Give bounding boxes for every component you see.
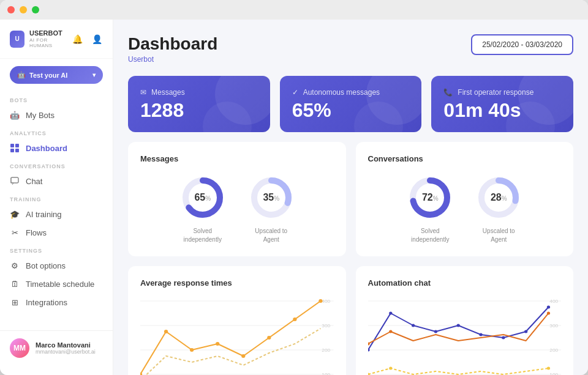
- chart-panels: Average response times 400 300 200: [128, 266, 573, 375]
- test-ai-robot-icon: 🤖: [17, 71, 26, 79]
- svg-point-23: [190, 348, 194, 352]
- my-bots-label: My Bots: [26, 111, 55, 120]
- svg-point-49: [368, 373, 370, 376]
- test-ai-button[interactable]: 🤖 Test your AI ▾: [10, 66, 103, 84]
- svg-point-45: [546, 306, 549, 309]
- integrations-label: Integrations: [26, 298, 67, 307]
- messages-panel: Messages 65%: [128, 142, 346, 256]
- svg-point-24: [216, 342, 219, 346]
- svg-text:200: 200: [549, 347, 558, 353]
- svg-rect-4: [11, 177, 18, 183]
- sidebar-item-timetable[interactable]: 🗓 Timetable schedule: [0, 275, 113, 293]
- sidebar: U USERBOT AI FOR HUMANS 🔔 👤 🤖 Test your …: [0, 20, 113, 375]
- sidebar-item-flows[interactable]: ✂ Flows: [0, 223, 113, 242]
- section-training-label: TRAINING: [0, 190, 113, 205]
- chat-icon: [10, 176, 20, 186]
- user-info: Marco Mantovani mmantovani@userbot.ai: [36, 341, 103, 355]
- integrations-icon: ⊞: [10, 297, 20, 307]
- automation-chart: 400 300 200 100: [368, 295, 562, 375]
- conversations-caption-2: Upscaled toAgent: [483, 227, 515, 244]
- sidebar-item-chat[interactable]: Chat: [0, 172, 113, 190]
- section-settings-label: SETTINGS: [0, 242, 113, 256]
- stat-response-label: 📞 First operator response: [443, 88, 561, 97]
- svg-rect-2: [10, 149, 14, 152]
- svg-point-48: [546, 312, 549, 315]
- metric-panels: Messages 65%: [128, 142, 573, 256]
- messages-caption-2: Upscaled toAgent: [255, 227, 287, 244]
- sidebar-item-my-bots[interactable]: 🤖 My Bots: [0, 106, 113, 124]
- app-body: U USERBOT AI FOR HUMANS 🔔 👤 🤖 Test your …: [0, 20, 588, 375]
- sidebar-item-integrations[interactable]: ⊞ Integrations: [0, 293, 113, 311]
- dashboard-label: Dashboard: [26, 144, 67, 153]
- conversations-donut-chart-2: 28%: [474, 173, 523, 222]
- section-conversations-label: CONVERSATIONS: [0, 157, 113, 172]
- bell-icon[interactable]: 🔔: [71, 33, 83, 45]
- avg-response-chart: 400 300 200 100: [140, 295, 334, 375]
- page-title: Dashboard: [128, 34, 217, 54]
- svg-point-21: [140, 373, 142, 375]
- close-dot[interactable]: [7, 6, 15, 13]
- ai-training-icon: 🎓: [10, 209, 20, 219]
- svg-point-38: [389, 312, 392, 315]
- automation-chat-title: Automation chat: [368, 278, 562, 288]
- sidebar-logo: U USERBOT AI FOR HUMANS 🔔 👤: [0, 29, 113, 59]
- date-range-button[interactable]: 25/02/2020 - 03/03/2020: [471, 34, 573, 55]
- test-ai-label: Test your AI: [29, 72, 67, 79]
- sidebar-item-dashboard[interactable]: Dashboard: [0, 139, 113, 157]
- minimize-dot[interactable]: [20, 6, 27, 13]
- brand-tagline: AI FOR HUMANS: [29, 37, 66, 48]
- conversations-caption-1: Solvedindependently: [411, 227, 449, 244]
- stat-card-messages: ✉ Messages 1288: [128, 76, 270, 132]
- logo-icon: U: [10, 31, 24, 48]
- messages-panel-title: Messages: [140, 154, 334, 163]
- conversations-pct-1: 72%: [422, 192, 439, 203]
- svg-text:300: 300: [322, 323, 330, 329]
- sidebar-user[interactable]: MM Marco Mantovani mmantovani@userbot.ai: [0, 330, 113, 365]
- svg-point-42: [479, 333, 482, 336]
- flows-label: Flows: [26, 228, 47, 237]
- svg-point-25: [241, 354, 245, 358]
- svg-rect-0: [10, 144, 14, 147]
- svg-text:200: 200: [322, 347, 330, 353]
- conversations-donut-2: 28% Upscaled toAgent: [474, 173, 523, 244]
- conversations-panel-title: Conversations: [368, 154, 562, 163]
- app-window: U USERBOT AI FOR HUMANS 🔔 👤 🤖 Test your …: [0, 0, 588, 375]
- svg-point-39: [411, 324, 414, 327]
- section-analytics-label: ANALYTICS: [0, 124, 113, 139]
- svg-point-26: [267, 336, 271, 340]
- svg-point-27: [293, 317, 296, 321]
- sidebar-item-bot-options[interactable]: ⚙ Bot options: [0, 256, 113, 275]
- conversations-pct-2: 28%: [491, 192, 507, 203]
- messages-donut-2: 35% Upscaled toAgent: [247, 173, 296, 244]
- user-email: mmantovani@userbot.ai: [36, 349, 103, 355]
- svg-point-22: [164, 330, 168, 333]
- sidebar-item-ai-training[interactable]: 🎓 AI training: [0, 205, 113, 223]
- avg-response-panel: Average response times 400 300 200: [128, 266, 346, 375]
- chat-label: Chat: [26, 177, 42, 186]
- svg-point-28: [318, 299, 322, 303]
- stat-cards: ✉ Messages 1288 ✓ Autonomous messages 65…: [128, 76, 573, 132]
- maximize-dot[interactable]: [32, 6, 39, 13]
- sidebar-header-icons: 🔔 👤: [71, 33, 103, 45]
- avg-response-title: Average response times: [140, 278, 334, 288]
- bot-options-icon: ⚙: [10, 261, 20, 270]
- breadcrumb: Userbot: [128, 55, 217, 64]
- svg-point-51: [546, 367, 549, 370]
- svg-rect-1: [15, 144, 19, 147]
- messages-donut-chart-2: 35%: [247, 173, 296, 222]
- main-header: Dashboard Userbot 25/02/2020 - 03/03/202…: [128, 34, 573, 64]
- messages-donut-1: 65% Solvedindependently: [178, 173, 227, 244]
- my-bots-icon: 🤖: [10, 110, 20, 120]
- messages-icon: ✉: [140, 88, 146, 97]
- dashboard-icon: [10, 143, 20, 153]
- user-name: Marco Mantovani: [36, 341, 103, 349]
- svg-point-50: [389, 367, 392, 370]
- conversations-donut-1: 72% Solvedindependently: [405, 173, 454, 244]
- conversations-panel: Conversations 72%: [356, 142, 574, 256]
- stat-messages-label: ✉ Messages: [140, 88, 258, 97]
- bot-options-label: Bot options: [26, 261, 66, 270]
- svg-text:100: 100: [322, 372, 330, 375]
- avatar: MM: [10, 338, 29, 358]
- timetable-label: Timetable schedule: [26, 280, 94, 289]
- user-icon[interactable]: 👤: [91, 33, 103, 45]
